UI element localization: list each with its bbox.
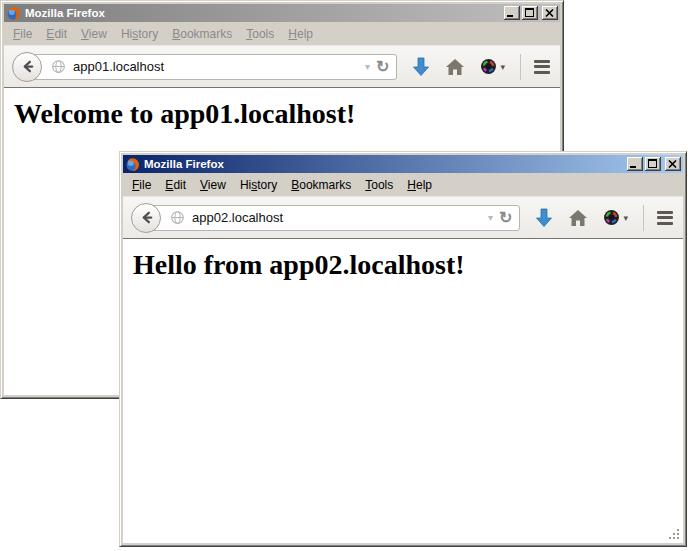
window-title: Mozilla Firefox <box>143 155 624 173</box>
maximize-button[interactable] <box>522 6 538 20</box>
menu-item-file[interactable]: File <box>6 25 39 43</box>
titlebar[interactable]: Mozilla Firefox <box>123 155 683 173</box>
addon-dropdown-caret-icon: ▾ <box>623 213 628 223</box>
menu-item-edit[interactable]: Edit <box>39 25 74 43</box>
back-arrow-icon <box>20 59 35 74</box>
addon-button[interactable]: ▾ <box>480 58 505 75</box>
download-icon <box>535 208 553 228</box>
home-icon <box>568 209 588 227</box>
maximize-icon <box>525 8 534 17</box>
toolbar-separator <box>643 205 644 231</box>
back-arrow-icon <box>139 210 154 225</box>
reload-button[interactable]: ↻ <box>374 59 396 75</box>
page-content: Hello from app02.localhost! <box>123 239 683 543</box>
window-title: Mozilla Firefox <box>24 4 501 22</box>
urlbar-dropdown-caret-icon[interactable]: ▾ <box>484 212 497 223</box>
close-button[interactable] <box>665 157 681 171</box>
home-button[interactable] <box>445 58 465 76</box>
close-button[interactable] <box>542 6 558 20</box>
maximize-icon <box>648 159 657 168</box>
addon-dropdown-caret-icon: ▾ <box>500 62 505 72</box>
menu-button[interactable] <box>657 211 673 225</box>
addon-button[interactable]: ▾ <box>603 209 628 226</box>
download-icon <box>412 57 430 77</box>
hamburger-icon <box>534 60 550 63</box>
back-button[interactable] <box>131 203 161 233</box>
color-wheel-icon <box>480 58 497 75</box>
toolbar-separator <box>520 54 521 80</box>
globe-icon[interactable] <box>170 210 185 225</box>
back-button[interactable] <box>12 52 42 82</box>
menu-item-file[interactable]: File <box>125 176 158 194</box>
browser-window-2: Mozilla Firefox FileEditViewHistoryBookm… <box>119 151 687 547</box>
resize-grip[interactable] <box>668 528 682 542</box>
url-bar[interactable]: app02.localhost ▾ ↻ <box>145 205 520 231</box>
navigation-toolbar: app01.localhost ▾ ↻ ▾ <box>4 45 560 88</box>
menu-item-view[interactable]: View <box>74 25 114 43</box>
menu-item-view[interactable]: View <box>193 176 233 194</box>
menu-bar: FileEditViewHistoryBookmarksToolsHelp <box>4 22 560 45</box>
menu-bar: FileEditViewHistoryBookmarksToolsHelp <box>123 173 683 196</box>
menu-item-help[interactable]: Help <box>281 25 320 43</box>
url-text: app02.localhost <box>185 210 484 225</box>
titlebar[interactable]: Mozilla Firefox <box>4 4 560 22</box>
reload-button[interactable]: ↻ <box>497 210 519 226</box>
url-text: app01.localhost <box>66 59 361 74</box>
globe-icon[interactable] <box>51 59 66 74</box>
maximize-button[interactable] <box>645 157 661 171</box>
minimize-button[interactable] <box>627 157 643 171</box>
menu-item-edit[interactable]: Edit <box>158 176 193 194</box>
page-heading: Hello from app02.localhost! <box>123 239 683 281</box>
menu-item-help[interactable]: Help <box>400 176 439 194</box>
close-icon <box>545 9 554 17</box>
page-heading: Welcome to app01.localhost! <box>4 88 560 130</box>
url-bar[interactable]: app01.localhost ▾ ↻ <box>26 54 397 80</box>
home-icon <box>445 58 465 76</box>
menu-item-bookmarks[interactable]: Bookmarks <box>165 25 239 43</box>
firefox-icon[interactable] <box>125 157 140 172</box>
hamburger-icon <box>657 211 673 214</box>
menu-item-history[interactable]: History <box>114 25 165 43</box>
firefox-icon[interactable] <box>6 6 21 21</box>
menu-item-tools[interactable]: Tools <box>358 176 400 194</box>
color-wheel-icon <box>603 209 620 226</box>
menu-item-history[interactable]: History <box>233 176 284 194</box>
close-icon <box>668 160 677 168</box>
menu-item-tools[interactable]: Tools <box>239 25 281 43</box>
menu-item-bookmarks[interactable]: Bookmarks <box>284 176 358 194</box>
download-button[interactable] <box>412 57 430 77</box>
minimize-button[interactable] <box>504 6 520 20</box>
download-button[interactable] <box>535 208 553 228</box>
home-button[interactable] <box>568 209 588 227</box>
urlbar-dropdown-caret-icon[interactable]: ▾ <box>361 61 374 72</box>
navigation-toolbar: app02.localhost ▾ ↻ ▾ <box>123 196 683 239</box>
minimize-icon <box>507 15 513 17</box>
minimize-icon <box>630 166 636 168</box>
menu-button[interactable] <box>534 60 550 74</box>
